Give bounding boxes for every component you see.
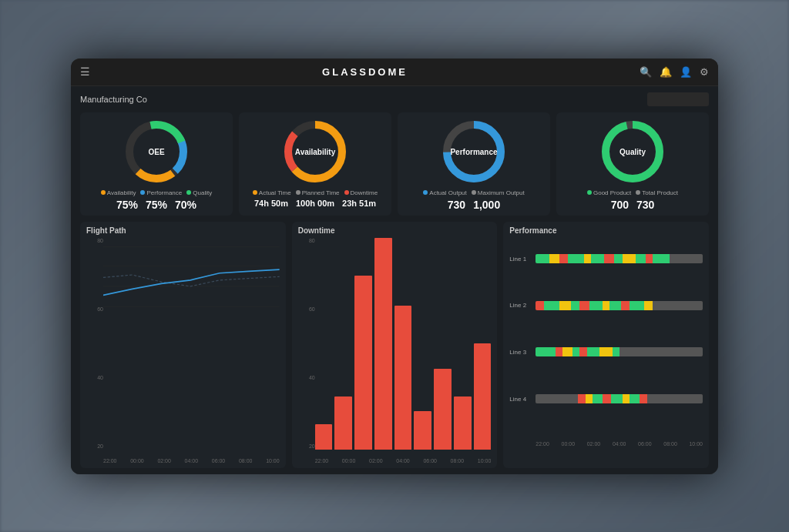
- performance-donut: Performance: [439, 117, 509, 186]
- main-content: Manufacturing Co: [71, 86, 718, 474]
- bar-3: [354, 276, 372, 450]
- top-bar: Manufacturing Co: [80, 92, 709, 106]
- user-icon[interactable]: 👤: [680, 66, 692, 78]
- oee-performance-val: 75%: [146, 199, 167, 211]
- date-selector[interactable]: [647, 92, 709, 106]
- header-icons: 🔍 🔔 👤 ⚙: [640, 66, 709, 78]
- hamburger-icon[interactable]: ☰: [80, 65, 90, 78]
- performance-values: 730 1,000: [448, 199, 500, 211]
- oee-legend: Availability Performance Quality: [101, 189, 212, 196]
- gantt-row-line2: Line 2: [509, 301, 703, 310]
- legend-actual-output: Actual Output: [423, 189, 466, 196]
- kpi-row: OEE Availability Performance Quality: [80, 112, 709, 216]
- gantt-x-labels: 22:00 00:00 02:00 04:00 06:00 08:00 10:0…: [536, 441, 703, 447]
- downtime-title: Downtime: [298, 226, 492, 235]
- header: ☰ GLASSDOME 🔍 🔔 👤 ⚙: [71, 59, 718, 86]
- gantt-area: Line 1: [509, 238, 703, 463]
- availability-values: 74h 50m 100h 00m 23h 51m: [254, 199, 376, 208]
- bell-icon[interactable]: 🔔: [660, 66, 672, 78]
- legend-availability: Availability: [101, 189, 136, 196]
- oee-values: 75% 75% 70%: [116, 199, 196, 211]
- gantt-line2-label: Line 2: [509, 302, 532, 309]
- gantt-line3-label: Line 3: [509, 349, 532, 356]
- max-output-val: 1,000: [473, 199, 500, 211]
- bar-2: [334, 396, 352, 450]
- oee-availability-val: 75%: [116, 199, 138, 211]
- downtime-val: 23h 51m: [342, 199, 376, 208]
- downtime-y-labels: 80 60 40 20: [298, 238, 315, 450]
- downtime-x-labels: 22:00 00:00 02:00 04:00 06:00 08:00 10:0…: [315, 458, 492, 463]
- gantt-row-line4: Line 4: [509, 394, 703, 403]
- flight-path-area: 80 60 40 20: [86, 238, 280, 463]
- company-name: Manufacturing Co: [80, 95, 147, 104]
- oee-donut: OEE: [122, 117, 191, 186]
- availability-legend: Actual Time Planned Time Downtime: [253, 189, 378, 196]
- good-product-val: 700: [611, 199, 629, 211]
- performance-legend: Actual Output Maximum Output: [423, 189, 524, 196]
- legend-good-product: Good Product: [587, 189, 631, 196]
- search-icon[interactable]: 🔍: [640, 66, 652, 78]
- bar-4: [374, 238, 392, 450]
- legend-downtime: Downtime: [344, 189, 378, 196]
- kpi-card-oee: OEE Availability Performance Quality: [80, 112, 233, 216]
- gantt-line1-label: Line 1: [509, 256, 532, 263]
- gantt-line1-bar: [536, 254, 703, 263]
- bar-9: [474, 343, 492, 450]
- header-left: ☰: [80, 65, 90, 78]
- downtime-card: Downtime 80 60 40 20: [292, 222, 498, 468]
- legend-planned-time: Planned Time: [296, 189, 340, 196]
- bar-6: [414, 411, 431, 450]
- legend-total-product: Total Product: [636, 189, 678, 196]
- charts-row: Flight Path 80 60 40 20: [80, 222, 709, 468]
- gantt-row-line3: Line 3: [509, 347, 703, 356]
- legend-max-output: Maximum Output: [472, 189, 525, 196]
- gantt-line2-bar: [536, 301, 703, 310]
- quality-values: 700 730: [611, 199, 655, 211]
- kpi-card-quality: Quality Good Product Total Product 700: [556, 112, 709, 216]
- svg-point-10: [606, 125, 660, 179]
- bar-1: [315, 424, 333, 450]
- total-product-val: 730: [636, 199, 654, 211]
- flight-path-title: Flight Path: [86, 226, 280, 235]
- downtime-bars: [315, 238, 492, 450]
- planned-time-val: 100h 00m: [296, 199, 334, 208]
- gantt-line4-bar: [536, 394, 703, 403]
- kpi-card-availability: Availability Actual Time Planned Time Do…: [239, 112, 391, 216]
- app-title: GLASSDOME: [90, 66, 640, 78]
- bar-7: [434, 369, 452, 450]
- performance-gantt-title: Performance: [509, 226, 703, 235]
- actual-time-val: 74h 50m: [254, 199, 288, 208]
- legend-actual-time: Actual Time: [253, 189, 291, 196]
- oee-quality-val: 70%: [175, 199, 196, 211]
- gantt-line4-label: Line 4: [509, 396, 532, 403]
- actual-output-val: 730: [448, 199, 465, 211]
- legend-performance: Performance: [140, 189, 182, 196]
- bar-8: [454, 396, 472, 450]
- flight-path-x-labels: 22:00 00:00 02:00 04:00 06:00 08:00 10:0…: [103, 458, 280, 463]
- quality-legend: Good Product Total Product: [587, 189, 678, 196]
- flight-path-y-labels: 80 60 40 20: [86, 238, 103, 450]
- flight-path-svg: [103, 238, 280, 326]
- kpi-card-performance: Performance Actual Output Maximum Output…: [398, 112, 550, 216]
- flight-path-card: Flight Path 80 60 40 20: [80, 222, 286, 468]
- gantt-line3-bar: [536, 347, 703, 356]
- availability-donut: Availability: [280, 117, 350, 186]
- quality-donut: Quality: [598, 117, 667, 186]
- gantt-row-line1: Line 1: [509, 254, 703, 263]
- downtime-area: 80 60 40 20: [298, 238, 492, 463]
- bar-5: [394, 306, 412, 450]
- gear-icon[interactable]: ⚙: [700, 66, 709, 78]
- performance-gantt-card: Performance Line 1: [503, 222, 709, 468]
- legend-quality: Quality: [186, 189, 212, 196]
- monitor: ☰ GLASSDOME 🔍 🔔 👤 ⚙ Manufacturing Co: [71, 59, 718, 474]
